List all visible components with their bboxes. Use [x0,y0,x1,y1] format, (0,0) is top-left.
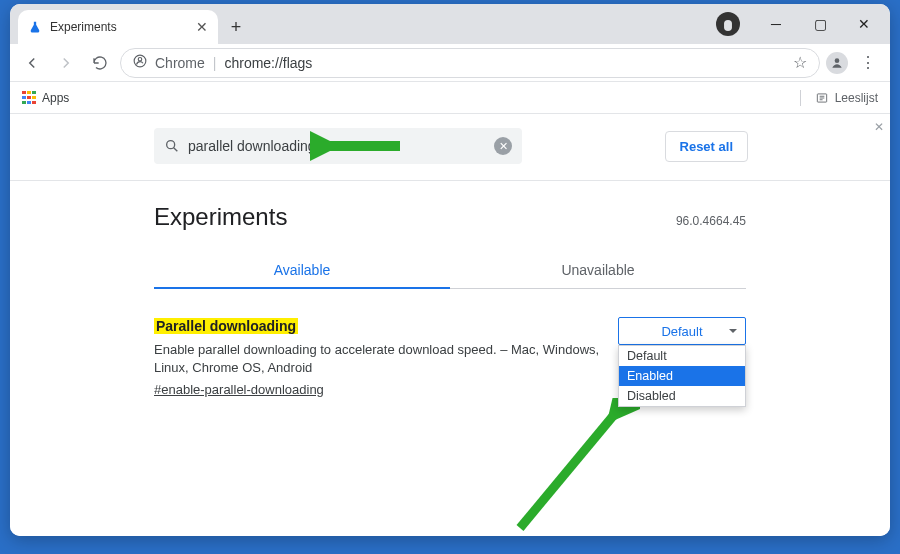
clear-search-icon[interactable]: ✕ [494,137,512,155]
bookmark-star-icon[interactable]: ☆ [793,53,807,72]
tab-strip: Experiments ✕ + ─ ▢ ✕ [10,4,890,44]
flags-search-input[interactable] [188,138,486,154]
maximize-button[interactable]: ▢ [798,8,842,40]
flag-select-dropdown: Default Enabled Disabled [618,345,746,407]
page-title: Experiments [154,203,287,231]
svg-point-2 [835,58,840,63]
tab-available[interactable]: Available [154,253,450,289]
reset-all-button[interactable]: Reset all [665,131,748,162]
omnibox-brand: Chrome [155,55,205,71]
omnibox-divider: | [213,55,217,71]
back-button[interactable] [18,49,46,77]
minimize-button[interactable]: ─ [754,8,798,40]
bookmarks-bar: Apps Leeslijst [10,82,890,114]
close-window-button[interactable]: ✕ [842,8,886,40]
flag-description: Enable parallel downloading to accelerat… [154,341,604,376]
forward-button[interactable] [52,49,80,77]
nav-toolbar: Chrome | chrome://flags ☆ ⋮ [10,44,890,82]
svg-point-1 [138,58,142,62]
profile-button[interactable] [826,52,848,74]
app-account-icon[interactable] [716,12,740,36]
flag-title: Parallel downloading [154,318,298,334]
flag-option-default[interactable]: Default [619,346,745,366]
apps-label[interactable]: Apps [42,91,69,105]
browser-window: Experiments ✕ + ─ ▢ ✕ Chrome | chrome://… [10,4,890,536]
reading-list-label: Leeslijst [835,91,878,105]
flag-option-disabled[interactable]: Disabled [619,386,745,406]
browser-tab[interactable]: Experiments ✕ [18,10,218,44]
flag-hash-link[interactable]: #enable-parallel-downloading [154,382,324,397]
apps-grid-icon[interactable] [22,91,36,105]
tab-title: Experiments [50,20,188,34]
flag-select-button[interactable]: Default [618,317,746,345]
flask-icon [28,20,42,34]
window-controls: ─ ▢ ✕ [716,4,886,44]
page-content: ✕ ✕ Reset all Experiments 96.0.4664.45 A… [10,114,890,536]
flag-select[interactable]: Default Default Enabled Disabled [618,317,746,345]
annotation-arrow-dropdown [500,398,640,536]
reading-list-button[interactable]: Leeslijst [800,90,878,106]
svg-line-6 [520,410,618,528]
panel-close-icon[interactable]: ✕ [874,120,884,134]
tab-unavailable[interactable]: Unavailable [450,253,746,289]
chrome-version: 96.0.4664.45 [676,214,746,228]
close-tab-icon[interactable]: ✕ [196,19,208,35]
site-info-icon[interactable] [133,54,147,71]
flags-search[interactable]: ✕ [154,128,522,164]
new-tab-button[interactable]: + [222,13,250,41]
flags-tabs: Available Unavailable [154,253,746,289]
omnibox-url: chrome://flags [224,55,785,71]
top-divider [10,180,890,181]
flag-entry: Parallel downloading Enable parallel dow… [154,317,746,398]
omnibox[interactable]: Chrome | chrome://flags ☆ [120,48,820,78]
flag-option-enabled[interactable]: Enabled [619,366,745,386]
svg-point-4 [167,141,175,149]
reload-button[interactable] [86,49,114,77]
overflow-menu-button[interactable]: ⋮ [854,49,882,77]
